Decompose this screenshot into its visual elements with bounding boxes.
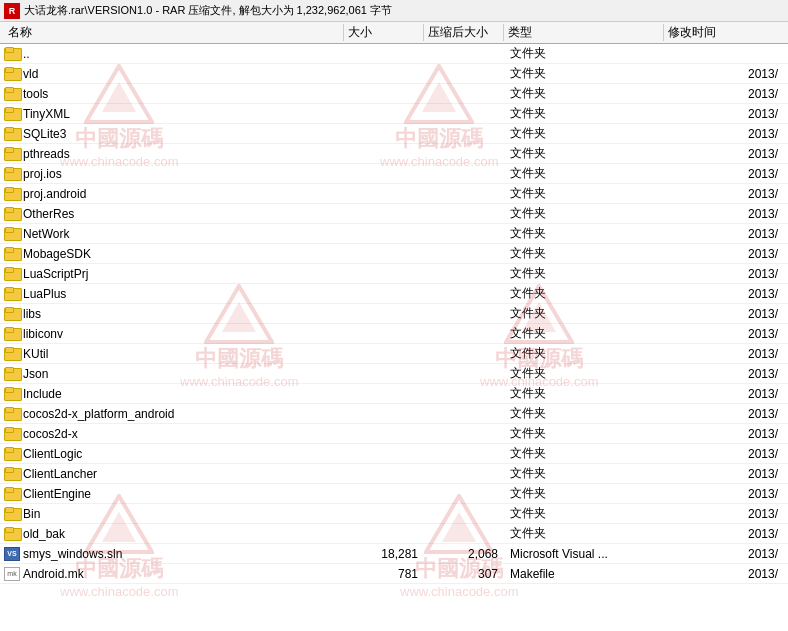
- file-type: 文件夹: [504, 285, 664, 302]
- title-bar: R 大话龙将.rar\VERSION1.0 - RAR 压缩文件, 解包大小为 …: [0, 0, 788, 22]
- file-name-label: proj.ios: [23, 167, 68, 181]
- table-row[interactable]: MobageSDK文件夹2013/: [0, 244, 788, 264]
- file-list: 中國源碼 www.chinacode.com 中國源碼 www.chinacod…: [0, 44, 788, 631]
- table-row[interactable]: tools文件夹2013/: [0, 84, 788, 104]
- col-modified[interactable]: 修改时间: [664, 24, 784, 41]
- file-name-label: tools: [23, 87, 54, 101]
- file-name-cell: pthreads: [4, 147, 344, 161]
- file-type: 文件夹: [504, 405, 664, 422]
- file-name-label: cocos2d-x_platform_android: [23, 407, 180, 421]
- file-type: 文件夹: [504, 525, 664, 542]
- folder-icon: [4, 167, 20, 181]
- folder-icon: [4, 427, 20, 441]
- table-row[interactable]: ClientLancher文件夹2013/: [0, 464, 788, 484]
- file-modified: 2013/: [664, 267, 784, 281]
- table-row[interactable]: ClientLogic文件夹2013/: [0, 444, 788, 464]
- file-modified: 2013/: [664, 367, 784, 381]
- file-name-label: ClientLogic: [23, 447, 88, 461]
- table-row[interactable]: Json文件夹2013/: [0, 364, 788, 384]
- file-modified: 2013/: [664, 547, 784, 561]
- table-row[interactable]: KUtil文件夹2013/: [0, 344, 788, 364]
- table-row[interactable]: libs文件夹2013/: [0, 304, 788, 324]
- table-row[interactable]: Bin文件夹2013/: [0, 504, 788, 524]
- file-type: Microsoft Visual ...: [504, 547, 664, 561]
- file-modified: 2013/: [664, 227, 784, 241]
- table-row[interactable]: cocos2d-x_platform_android文件夹2013/: [0, 404, 788, 424]
- folder-icon: [4, 267, 20, 281]
- file-name-cell: Include: [4, 387, 344, 401]
- file-modified: 2013/: [664, 407, 784, 421]
- table-row[interactable]: ClientEngine文件夹2013/: [0, 484, 788, 504]
- mk-icon: mk: [4, 567, 20, 581]
- file-type: Makefile: [504, 567, 664, 581]
- table-row[interactable]: OtherRes文件夹2013/: [0, 204, 788, 224]
- table-row[interactable]: old_bak文件夹2013/: [0, 524, 788, 544]
- file-name-cell: old_bak: [4, 527, 344, 541]
- file-name-cell: TinyXML: [4, 107, 344, 121]
- folder-icon: [4, 467, 20, 481]
- file-type: 文件夹: [504, 185, 664, 202]
- file-name-label: OtherRes: [23, 207, 80, 221]
- file-name-cell: vld: [4, 67, 344, 81]
- folder-icon: [4, 47, 20, 61]
- file-name-label: TinyXML: [23, 107, 76, 121]
- file-name-label: Json: [23, 367, 54, 381]
- file-name-label: KUtil: [23, 347, 54, 361]
- file-name-label: LuaPlus: [23, 287, 72, 301]
- file-modified: 2013/: [664, 307, 784, 321]
- table-row[interactable]: mkAndroid.mk781307Makefile2013/: [0, 564, 788, 584]
- folder-icon: [4, 147, 20, 161]
- col-compressed[interactable]: 压缩后大小: [424, 24, 504, 41]
- file-type: 文件夹: [504, 225, 664, 242]
- table-row[interactable]: vld文件夹2013/: [0, 64, 788, 84]
- file-name-label: smys_windows.sln: [23, 547, 128, 561]
- file-type: 文件夹: [504, 385, 664, 402]
- file-name-cell: LuaPlus: [4, 287, 344, 301]
- file-name-cell: libs: [4, 307, 344, 321]
- file-type: 文件夹: [504, 145, 664, 162]
- folder-icon: [4, 507, 20, 521]
- folder-icon: [4, 287, 20, 301]
- folder-icon: [4, 367, 20, 381]
- table-row[interactable]: libiconv文件夹2013/: [0, 324, 788, 344]
- file-name-cell: ClientEngine: [4, 487, 344, 501]
- col-name[interactable]: 名称: [4, 24, 344, 41]
- table-row[interactable]: pthreads文件夹2013/: [0, 144, 788, 164]
- file-name-cell: cocos2d-x: [4, 427, 344, 441]
- file-modified: 2013/: [664, 87, 784, 101]
- file-name-label: MobageSDK: [23, 247, 97, 261]
- folder-icon: [4, 527, 20, 541]
- col-type[interactable]: 类型: [504, 24, 664, 41]
- file-type: 文件夹: [504, 265, 664, 282]
- table-row[interactable]: LuaScriptPrj文件夹2013/: [0, 264, 788, 284]
- table-row[interactable]: TinyXML文件夹2013/: [0, 104, 788, 124]
- file-name-label: pthreads: [23, 147, 76, 161]
- file-type: 文件夹: [504, 65, 664, 82]
- file-type: 文件夹: [504, 165, 664, 182]
- table-row[interactable]: cocos2d-x文件夹2013/: [0, 424, 788, 444]
- table-row[interactable]: proj.android文件夹2013/: [0, 184, 788, 204]
- table-row[interactable]: proj.ios文件夹2013/: [0, 164, 788, 184]
- file-type: 文件夹: [504, 205, 664, 222]
- table-row[interactable]: ..文件夹: [0, 44, 788, 64]
- table-row[interactable]: Include文件夹2013/: [0, 384, 788, 404]
- file-name-cell: ClientLancher: [4, 467, 344, 481]
- file-compressed-size: 2,068: [424, 547, 504, 561]
- file-type: 文件夹: [504, 365, 664, 382]
- file-modified: 2013/: [664, 467, 784, 481]
- file-size: 781: [344, 567, 424, 581]
- file-type: 文件夹: [504, 245, 664, 262]
- file-modified: 2013/: [664, 127, 784, 141]
- table-row[interactable]: VSsmys_windows.sln18,2812,068Microsoft V…: [0, 544, 788, 564]
- folder-icon: [4, 127, 20, 141]
- table-row[interactable]: NetWork文件夹2013/: [0, 224, 788, 244]
- column-headers: 名称 大小 压缩后大小 类型 修改时间: [0, 22, 788, 44]
- folder-icon: [4, 247, 20, 261]
- file-name-cell: mkAndroid.mk: [4, 567, 344, 581]
- col-size[interactable]: 大小: [344, 24, 424, 41]
- folder-icon: [4, 87, 20, 101]
- file-name-label: cocos2d-x: [23, 427, 84, 441]
- file-name-cell: tools: [4, 87, 344, 101]
- table-row[interactable]: SQLite3文件夹2013/: [0, 124, 788, 144]
- table-row[interactable]: LuaPlus文件夹2013/: [0, 284, 788, 304]
